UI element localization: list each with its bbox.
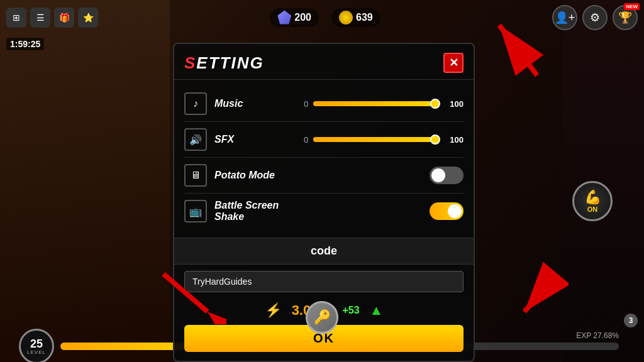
music-icon: ♪ — [184, 92, 207, 115]
potato-toggle-knob — [431, 168, 445, 182]
potato-mode-row: 🖥 Potato Mode — [184, 158, 464, 194]
music-slider-thumb[interactable] — [430, 99, 440, 109]
potato-icon: 🖥 — [184, 164, 207, 187]
music-slider-fill — [313, 101, 440, 106]
music-row: ♪ Music 0 100 — [184, 86, 464, 122]
timer-display: 1:59:25 — [6, 38, 44, 50]
potato-label: Potato Mode — [214, 170, 296, 181]
svg-line-1 — [499, 25, 537, 75]
title-s: S — [184, 53, 196, 72]
shake-icon: 📺 — [184, 200, 207, 222]
music-min-label: 0 — [304, 99, 308, 109]
bolt-icon: ⚡ — [265, 302, 282, 319]
sfx-min-label: 0 — [304, 135, 308, 145]
music-label: Music — [214, 98, 296, 109]
muscle-icon: 💪 — [584, 189, 601, 206]
close-button[interactable]: ✕ — [443, 53, 464, 73]
svg-line-5 — [525, 274, 556, 312]
sfx-slider-fill — [313, 137, 440, 142]
music-slider-container: 0 100 — [304, 99, 464, 109]
gem-icon — [277, 11, 291, 25]
sfx-slider-thumb[interactable] — [430, 134, 440, 145]
coin-count: 639 — [356, 12, 373, 23]
music-slider-track[interactable] — [313, 101, 440, 106]
dialog-body: ♪ Music 0 100 🔊 SFX 0 100 — [174, 80, 474, 235]
hud-left-buttons: ⊞ ☰ 🎁 ⭐ — [6, 8, 98, 28]
gift-button[interactable]: 🎁 — [54, 8, 74, 28]
bg-right-panel — [562, 0, 644, 362]
hud-right-buttons: 👤+ ⚙ 🏆 NEW — [552, 5, 638, 30]
star-button[interactable]: ⭐ — [78, 8, 98, 28]
gem-count: 200 — [294, 12, 311, 23]
code-header: code — [174, 238, 474, 265]
sfx-max-label: 100 — [445, 135, 464, 145]
num-badge: 3 — [624, 314, 638, 327]
dialog-title: SETTING — [184, 53, 264, 73]
shake-toggle-container — [430, 202, 464, 220]
svg-line-3 — [164, 274, 208, 312]
trophy-button[interactable]: 🏆 NEW — [613, 5, 638, 30]
title-rest: ETTING — [196, 53, 264, 72]
new-badge: NEW — [624, 3, 640, 10]
level-number: 25 — [30, 338, 43, 349]
gem-currency: 200 — [270, 8, 319, 27]
bg-left-panel — [0, 0, 170, 362]
settings-button[interactable]: ⚙ — [582, 5, 608, 30]
exp-text: EXP 27.68% — [576, 331, 619, 340]
lock-icon: 🔑 — [306, 301, 338, 334]
sfx-row: 🔊 SFX 0 100 — [184, 122, 464, 158]
shake-toggle-knob — [448, 204, 462, 218]
sfx-label: SFX — [214, 134, 296, 145]
sfx-slider-track[interactable] — [313, 137, 440, 142]
music-max-label: 100 — [445, 99, 464, 109]
arrow-up-icon: ▲ — [370, 302, 384, 319]
coin-icon — [339, 11, 353, 25]
on-button[interactable]: 💪 ON — [572, 181, 613, 221]
on-label: ON — [587, 206, 598, 213]
potato-toggle-container — [430, 167, 464, 184]
sfx-icon: 🔊 — [184, 128, 207, 151]
shake-label: Battle Screen Shake — [214, 200, 296, 222]
shake-toggle[interactable] — [430, 202, 464, 220]
grid-button[interactable]: ⊞ — [6, 8, 26, 28]
level-badge: 25 LEVEL — [19, 329, 54, 362]
red-arrow-bottom-left — [151, 261, 226, 324]
level-text: LEVEL — [27, 349, 46, 355]
shake-row: 📺 Battle Screen Shake — [184, 194, 464, 229]
red-arrow-top-right — [468, 13, 556, 88]
potato-toggle[interactable] — [430, 167, 464, 184]
sfx-slider-container: 0 100 — [304, 135, 464, 145]
menu-button[interactable]: ☰ — [30, 8, 50, 28]
red-arrow-bottom-right — [506, 261, 569, 324]
dialog-header: SETTING ✕ — [174, 44, 474, 80]
coin-currency: 639 — [331, 8, 380, 27]
plus-stat: +53 — [342, 305, 359, 316]
hud-center-currency: 200 639 — [270, 8, 380, 27]
add-friend-button[interactable]: 👤+ — [552, 5, 577, 30]
